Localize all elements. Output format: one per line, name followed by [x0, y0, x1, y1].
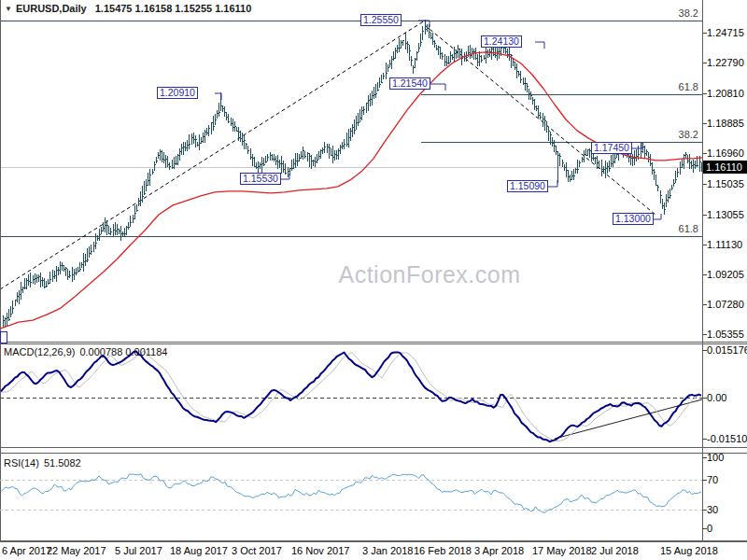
time-axis-label[interactable]: 3 Apr 2018	[474, 545, 524, 556]
price-axis-label: 1.07280	[707, 299, 744, 310]
rsi-panel-title: RSI(14)51.5082	[4, 457, 81, 469]
trading-chart: ActionForex.com ▼EURUSD,Daily1.15475 1.1…	[0, 0, 747, 560]
macd-indicator-label: MACD(12,26,9)	[4, 346, 75, 357]
fib-level-label: 38.2	[659, 129, 698, 140]
price-label-connector	[535, 42, 544, 49]
fib-level-label: 61.8	[659, 223, 698, 234]
price-axis-label: 1.20810	[707, 88, 744, 99]
price-label-box[interactable]: 1.24130	[481, 35, 522, 48]
time-axis-label[interactable]: 5 Jul 2017	[115, 545, 162, 556]
time-axis-label[interactable]: 2 Jul 2018	[591, 545, 639, 556]
price-label-connector	[429, 84, 445, 91]
time-axis-label[interactable]: 3 Oct 2017	[232, 545, 282, 556]
time-axis-label[interactable]: 3 Jan 2018	[362, 545, 413, 556]
price-label-connector	[215, 93, 221, 100]
price-label-box[interactable]: 1.15090	[507, 180, 548, 192]
time-axis-label[interactable]: 22 May 2017	[47, 545, 106, 556]
price-label-box[interactable]: 1.20910	[157, 87, 198, 99]
chart-header: ▼EURUSD,Daily1.15475 1.16158 1.15255 1.1…	[5, 3, 251, 14]
macd-axis-label: 0.015176	[707, 344, 747, 356]
price-axis-label: 1.22790	[707, 57, 744, 68]
moving-average-line	[0, 52, 702, 329]
fib-level-label: 38.2	[659, 7, 698, 19]
price-axis-label: 1.05355	[707, 329, 744, 340]
time-axis-label[interactable]: 18 Aug 2017	[170, 545, 228, 556]
rsi-axis-label: 70	[707, 474, 718, 485]
macd-panel-title: MACD(12,26,9)0.000788 0.001184	[4, 346, 167, 357]
price-label-box[interactable]: 1.13000	[613, 213, 654, 225]
price-axis-label: 1.11130	[707, 239, 742, 250]
price-axis-label: 1.09205	[707, 269, 744, 280]
time-axis-label[interactable]: 16 Nov 2017	[291, 545, 349, 556]
time-axis-label[interactable]: 17 May 2018	[532, 545, 592, 556]
price-axis-label: 1.16960	[707, 147, 744, 159]
price-label-box[interactable]: 1.21540	[389, 77, 430, 90]
price-axis-label: 1.13055	[707, 209, 744, 220]
trendline-dashed[interactable]	[0, 21, 425, 289]
current-price-tag: 1.16110	[703, 161, 747, 174]
time-axis-label[interactable]: 6 Apr 2017	[2, 545, 51, 556]
rsi-indicator-value: 51.5082	[44, 457, 81, 469]
price-axis-label: 1.15035	[707, 178, 744, 189]
macd-axis-label: 0.00	[707, 392, 726, 403]
rsi-axis-label: 0	[707, 523, 712, 534]
price-label-box[interactable]: 1.17450	[591, 142, 632, 154]
rsi-indicator-label: RSI(14)	[4, 457, 39, 469]
rsi-axis-label: 30	[707, 504, 718, 515]
chevron-down-icon[interactable]: ▼	[5, 5, 12, 13]
rsi-axis-label: 100	[707, 452, 724, 463]
fib-level-label: 61.8	[659, 81, 698, 92]
macd-indicator-values: 0.000788 0.001184	[79, 346, 167, 357]
price-label-box[interactable]	[0, 331, 7, 343]
time-axis-label[interactable]: 16 Feb 2018	[414, 545, 472, 556]
macd-axis-label: -0.015109	[707, 433, 747, 444]
price-bars	[4, 20, 703, 328]
price-label-box[interactable]: 1.15530	[240, 173, 281, 185]
price-axis-label: 1.18885	[707, 118, 744, 129]
price-axis-label: 1.24715	[707, 27, 744, 38]
symbol-period-label: EURUSD,Daily	[16, 3, 87, 14]
price-label-box[interactable]: 1.25550	[360, 14, 402, 26]
chart-canvas[interactable]	[0, 0, 747, 560]
ohlc-values: 1.15475 1.16158 1.15255 1.16110	[95, 3, 252, 14]
time-axis-label[interactable]: 15 Aug 2018	[660, 545, 718, 556]
